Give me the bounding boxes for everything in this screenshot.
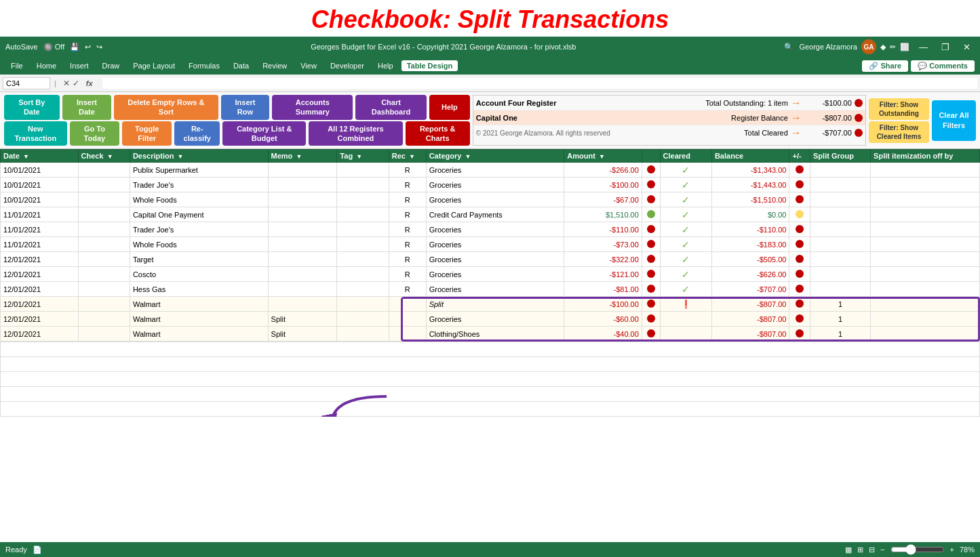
sort-by-date-button[interactable]: Sort By Date bbox=[4, 95, 60, 120]
menu-draw[interactable]: Draw bbox=[97, 60, 125, 71]
zoom-in-icon[interactable]: + bbox=[950, 545, 954, 554]
fx-icon[interactable]: fx bbox=[82, 79, 97, 87]
table-row[interactable]: 11/01/2021 Trader Joe's R Groceries -$11… bbox=[1, 222, 980, 237]
col-description[interactable]: Description ▼ bbox=[130, 150, 268, 163]
menu-page-layout[interactable]: Page Layout bbox=[128, 60, 180, 71]
cancel-formula-icon[interactable]: ✕ bbox=[63, 79, 70, 88]
cell-amount-dot bbox=[642, 282, 660, 297]
table-row[interactable]: 12/01/2021 Target R Groceries -$322.00 ✓… bbox=[1, 252, 980, 267]
minimize-button[interactable]: — bbox=[915, 42, 932, 52]
re-classify-button[interactable]: Re-classify bbox=[174, 121, 220, 146]
menu-view[interactable]: View bbox=[295, 60, 322, 71]
insert-date-button[interactable]: Insert Date bbox=[62, 95, 112, 120]
confirm-formula-icon[interactable]: ✓ bbox=[73, 79, 79, 88]
cell-memo bbox=[268, 252, 337, 267]
formula-input[interactable] bbox=[102, 78, 977, 89]
menu-home[interactable]: Home bbox=[31, 60, 62, 71]
cell-balance-dot bbox=[789, 222, 810, 237]
col-rec[interactable]: Rec ▼ bbox=[389, 150, 426, 163]
toggle-filter-button[interactable]: Toggle Filter bbox=[122, 121, 172, 146]
show-outstanding-button[interactable]: Filter: Show Outstanding bbox=[869, 98, 929, 120]
formula-separator: | bbox=[53, 79, 58, 87]
table-row[interactable]: 12/01/2021 Coscto R Groceries -$121.00 ✓… bbox=[1, 267, 980, 282]
col-date[interactable]: Date ▼ bbox=[1, 150, 79, 163]
share-button[interactable]: 🔗 Share bbox=[862, 60, 908, 72]
table-row[interactable]: 10/01/2021 Publix Supermarket R Grocerie… bbox=[1, 163, 980, 178]
col-split-group[interactable]: Split Group bbox=[810, 150, 871, 163]
cell-split-group: 1 bbox=[810, 327, 871, 342]
comments-button[interactable]: 💬 Comments bbox=[911, 60, 975, 72]
delete-empty-rows-button[interactable]: Delete Empty Rows & Sort bbox=[114, 95, 218, 120]
cell-tag bbox=[337, 252, 389, 267]
account-title: Account Four Register bbox=[476, 99, 705, 107]
go-to-today-button[interactable]: Go To Today bbox=[70, 121, 120, 146]
table-row[interactable]: 12/01/2021 Walmart Split Groceries -$60.… bbox=[1, 312, 980, 327]
page-layout-icon[interactable]: ⊞ bbox=[857, 545, 863, 554]
col-amount[interactable]: Amount ▼ bbox=[564, 150, 642, 163]
table-row[interactable]: 12/01/2021 Walmart Split -$100.00 ❗ -$80… bbox=[1, 297, 980, 312]
account-stats: Account Four Register Total Outstanding:… bbox=[473, 95, 866, 146]
col-plus-minus[interactable]: +/- bbox=[789, 150, 810, 163]
menu-file[interactable]: File bbox=[5, 60, 28, 71]
status-dot bbox=[796, 329, 804, 337]
menu-help[interactable]: Help bbox=[372, 60, 399, 71]
col-category[interactable]: Category ▼ bbox=[426, 150, 564, 163]
page-break-icon[interactable]: ⊟ bbox=[869, 545, 875, 554]
category-list-budget-button[interactable]: Category List & Budget bbox=[222, 121, 306, 146]
cell-split-group: 1 bbox=[810, 297, 871, 312]
accounts-summary-button[interactable]: Accounts Summary bbox=[272, 95, 353, 120]
redo-icon[interactable]: ↪ bbox=[96, 43, 102, 51]
all-registers-button[interactable]: All 12 Registers Combined bbox=[309, 121, 402, 146]
table-row[interactable]: 10/01/2021 Whole Foods R Groceries -$67.… bbox=[1, 192, 980, 207]
new-transaction-button[interactable]: New Transaction bbox=[4, 121, 67, 146]
table-row[interactable]: 12/01/2021 Walmart Split Clothing/Shoes … bbox=[1, 327, 980, 342]
cell-amount-dot bbox=[642, 178, 660, 192]
cell-date: 11/01/2021 bbox=[1, 207, 79, 222]
cell-amount: -$60.00 bbox=[564, 312, 642, 327]
menu-review[interactable]: Review bbox=[257, 60, 292, 71]
save-icon[interactable]: 💾 bbox=[70, 43, 79, 51]
cleared-checkmark: ✓ bbox=[682, 180, 690, 190]
help-button[interactable]: Help bbox=[429, 95, 470, 120]
show-cleared-button[interactable]: Filter: Show Cleared Items bbox=[869, 121, 929, 143]
cell-cleared: ✓ bbox=[660, 192, 711, 207]
page-title: Checkbook: Split Transactions bbox=[0, 0, 980, 37]
menu-data[interactable]: Data bbox=[228, 60, 254, 71]
menu-insert[interactable]: Insert bbox=[64, 60, 94, 71]
search-icon[interactable]: 🔍 bbox=[784, 43, 793, 51]
cell-tag bbox=[337, 312, 389, 327]
clear-all-button[interactable]: Clear All Filters bbox=[932, 100, 976, 141]
menu-table-design[interactable]: Table Design bbox=[401, 60, 458, 71]
col-tag[interactable]: Tag ▼ bbox=[337, 150, 389, 163]
zoom-out-icon[interactable]: − bbox=[880, 545, 884, 554]
zoom-slider[interactable] bbox=[890, 544, 945, 555]
status-dot bbox=[647, 285, 655, 293]
user-area: George Alzamora GA ◆ ✏ ⬜ bbox=[799, 39, 909, 54]
normal-view-icon[interactable]: ▦ bbox=[845, 545, 852, 554]
table-row[interactable]: 11/01/2021 Capital One Payment R Credit … bbox=[1, 207, 980, 222]
insert-row-button[interactable]: Insert Row bbox=[221, 95, 270, 120]
col-cleared[interactable]: Cleared bbox=[660, 150, 711, 163]
cell-amount: -$67.00 bbox=[564, 192, 642, 207]
chart-dashboard-button[interactable]: Chart Dashboard bbox=[355, 95, 427, 120]
menu-formulas[interactable]: Formulas bbox=[183, 60, 225, 71]
undo-icon[interactable]: ↩ bbox=[85, 43, 91, 51]
menu-developer[interactable]: Developer bbox=[325, 60, 370, 71]
cell-amount-dot bbox=[642, 237, 660, 252]
cell-reference[interactable] bbox=[3, 77, 50, 89]
table-row[interactable]: 12/01/2021 Hess Gas R Groceries -$81.00 … bbox=[1, 282, 980, 297]
col-check[interactable]: Check ▼ bbox=[78, 150, 130, 163]
col-balance[interactable]: Balance bbox=[711, 150, 789, 163]
cell-split-group bbox=[810, 207, 871, 222]
cell-tag bbox=[337, 163, 389, 178]
cell-balance: -$807.00 bbox=[711, 312, 789, 327]
col-memo[interactable]: Memo ▼ bbox=[268, 150, 337, 163]
cell-balance: -$110.00 bbox=[711, 222, 789, 237]
table-row[interactable]: 10/01/2021 Trader Joe's R Groceries -$10… bbox=[1, 178, 980, 192]
restore-button[interactable]: ❐ bbox=[937, 42, 954, 52]
cell-desc: Trader Joe's bbox=[130, 222, 268, 237]
close-button[interactable]: ✕ bbox=[959, 42, 975, 52]
table-row[interactable]: 11/01/2021 Whole Foods R Groceries -$73.… bbox=[1, 237, 980, 252]
fullscreen-icon: ⬜ bbox=[900, 43, 909, 51]
reports-charts-button[interactable]: Reports & Charts bbox=[406, 121, 470, 146]
